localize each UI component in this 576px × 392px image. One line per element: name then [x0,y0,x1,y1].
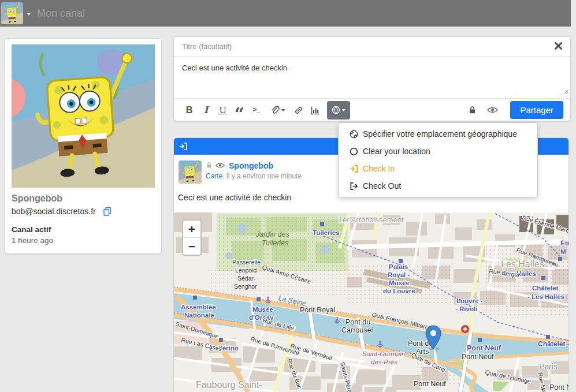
link-icon [294,106,303,115]
channel-title[interactable]: Mon canal [37,8,85,20]
map-label: Châtelet - [538,340,568,348]
map-label: Sédar- [237,275,256,282]
map-image: 1er Arrondissement Jardin des Tuileries … [174,212,568,392]
map-label: - Rivoli [455,305,477,312]
channel-avatar[interactable] [1,2,23,24]
map-label: du Louvre [383,288,415,294]
profile-address: bob@social.discretos.fr [12,207,96,216]
map-label: Passerelle [232,259,261,266]
map-label: Pont Neuf [467,344,501,352]
code-button[interactable]: >_ [248,102,265,119]
close-icon[interactable] [554,42,563,53]
title-input[interactable] [174,42,547,51]
profile-photo[interactable] [11,44,155,188]
attach-button[interactable] [265,102,290,119]
spongebob-avatar-image [179,160,202,184]
private-lock-icon [206,160,213,171]
top-navbar: Mon canal [0,0,571,27]
channel-status-label: Canal actif [12,225,161,234]
map-zoom-control: + − [182,219,202,256]
map-label: Tuileries [262,239,288,247]
map-label: Léopold- [235,267,259,274]
menu-item-check-in[interactable]: Check In [339,160,537,177]
post-author-avatar[interactable] [179,160,202,184]
checkin-map[interactable]: 1er Arrondissement Jardin des Tuileries … [174,212,568,392]
map-label: des-Prés [371,359,397,365]
post-meta: Carte, il y a environ une minute [206,172,302,180]
spongebob-avatar-image [1,2,23,24]
italic-button[interactable]: I [198,102,214,119]
profile-card: Spongebob bob@social.discretos.fr Canal … [5,38,162,254]
map-label: Châtelet [532,285,559,292]
quote-button[interactable]: “ [231,98,248,123]
map-label: Pont du [345,318,370,326]
globe-icon [350,130,363,139]
attach-caret-icon [281,109,285,111]
map-label: Tuileries [313,229,339,236]
post-author-name[interactable]: Spongebob [229,161,273,170]
map-label: 1er Arrondissement [339,215,404,224]
underline-button[interactable]: U [214,102,231,119]
map-label: Royal - [388,271,410,278]
map-label: Pont N [549,383,568,391]
composer-toolbar: B I U “ >_ Partager [174,99,570,121]
lock-icon [468,106,477,114]
zoom-out-button[interactable]: − [183,237,200,255]
zoom-in-button[interactable]: + [183,221,200,237]
spongebob-photo-image [11,44,155,188]
map-label: Louvre - [456,297,483,304]
map-label: - Les Halles [527,293,564,300]
sign-in-icon [350,165,363,173]
map-label: Pont Neuf [462,353,494,361]
post-composer: Ceci est une activité de checkin B I U “… [173,36,571,121]
menu-item-clear-location[interactable]: Clear your location [339,143,537,160]
map-link[interactable]: Carte [206,172,222,180]
sign-out-icon [350,182,363,191]
insert-link-button[interactable] [290,102,307,119]
hospital-icon [461,325,469,333]
paperclip-icon [270,106,280,115]
map-label: Assemblée [181,304,216,311]
menu-item-check-out[interactable]: Check Out [339,177,537,195]
circle-icon [350,147,363,156]
map-label: Saint-Germain- [362,350,407,357]
post-body-input[interactable]: Ceci est une activité de checkin [174,57,570,98]
map-label: Paris [539,362,558,371]
permissions-lock-button[interactable] [464,102,481,119]
channel-menu-caret-icon[interactable] [27,13,31,16]
map-label: Senghor [234,283,257,290]
copy-address-icon[interactable] [103,207,112,216]
map-label: Palais [389,263,408,270]
profile-name: Spongebob [12,193,161,204]
location-dropdown-menu: Spécifier votre emplacement géographique… [338,122,538,197]
composer-title-row [174,37,570,57]
poll-button[interactable] [307,102,324,119]
map-label: Jardin des [255,230,289,238]
map-label: Musée [252,306,273,313]
bold-button[interactable]: B [181,102,198,119]
map-label: Faubourg Saint- [196,380,262,390]
map-label: Nationale [184,312,214,319]
location-menu-button[interactable] [327,101,350,120]
map-label: Musée [389,279,410,286]
composer-body-area: Ceci est une activité de checkin [174,57,570,99]
globe-icon [332,106,340,114]
map-label: M [560,248,566,255]
profile-address-row: bob@social.discretos.fr [12,207,161,216]
eye-icon [487,106,498,114]
map-label: Carrousel [341,326,373,334]
sign-in-icon [179,142,188,151]
share-button[interactable]: Partager [510,101,563,119]
location-caret-icon [342,109,345,111]
map-label: Pont Royal [300,306,335,314]
menu-item-set-location[interactable]: Spécifier votre emplacement géographique [339,125,537,143]
channel-status-time: 1 heure ago [12,236,161,245]
map-label: Pont Neuf [414,380,446,388]
preview-button[interactable] [484,102,501,119]
map-label: Éti [560,240,568,247]
visibility-eye-icon[interactable] [215,160,225,171]
post-timestamp: , il y a environ une minute [222,172,302,180]
bar-chart-icon [311,106,320,115]
resize-handle-icon[interactable] [563,87,569,97]
